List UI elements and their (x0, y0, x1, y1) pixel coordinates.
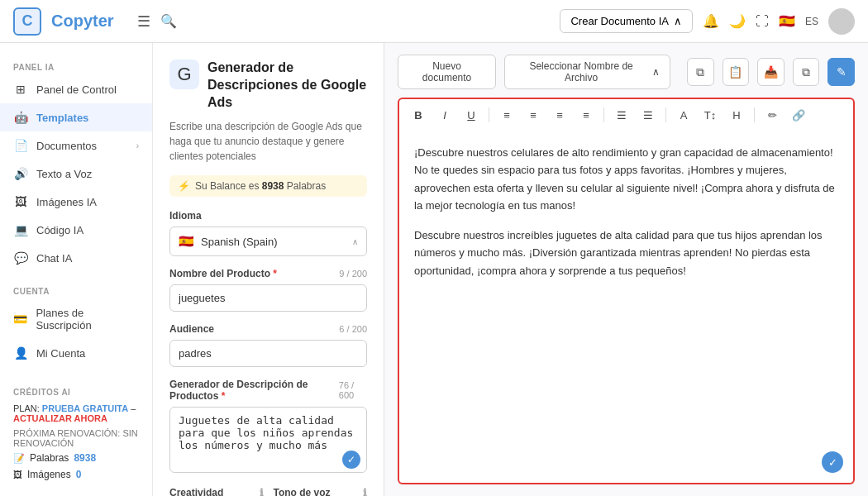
sidebar-item-label: Templates (36, 112, 88, 124)
toolbar-icon-4[interactable]: ⧉ (793, 58, 820, 86)
toolbar-icon-5[interactable]: ✎ (827, 58, 855, 86)
content-area: G Generador de Descripciones de Google A… (153, 43, 868, 496)
creditos-label: CRÉDITOS AI (0, 381, 152, 400)
chevron-up-icon: ∧ (652, 66, 660, 78)
toolbar-icon-1[interactable]: ⧉ (687, 58, 714, 86)
user-avatar[interactable] (828, 8, 855, 35)
fmt-list-ol[interactable]: ☰ (611, 104, 632, 126)
creatividad-label: Creatividad ℹ (169, 487, 264, 496)
info-icon-tono[interactable]: ℹ (363, 487, 367, 496)
texto-voz-icon: 🔊 (13, 167, 28, 180)
sidebar-item-texto-voz[interactable]: 🔊 Texto a Voz (0, 160, 152, 188)
crear-documento-button[interactable]: Crear Documento IA ∧ (560, 9, 693, 33)
sidebar-item-imagenes[interactable]: 🖼 Imágenes IA (0, 188, 152, 216)
share-icon: ⧉ (802, 65, 810, 79)
idioma-select[interactable]: 🇪🇸Spanish (Spain) ∧ (169, 227, 367, 256)
imagenes-credits-label: Imágenes (27, 469, 71, 480)
required-mark: * (270, 268, 277, 279)
bell-icon[interactable]: 🔔 (703, 13, 719, 29)
tono-col: Tono de voz ℹ (274, 487, 368, 496)
copy-icon: ⧉ (696, 65, 704, 79)
sidebar-item-planes[interactable]: 💳 Planes de Suscripción (0, 299, 152, 339)
toolbar-icon-3[interactable]: 📥 (757, 58, 785, 86)
editor-paragraph-1: ¡Descubre nuestros celulares de alto ren… (414, 144, 838, 215)
select-name-label: Seleccionar Nombre de Archivo (515, 60, 647, 83)
palabras-label: Palabras (30, 452, 69, 464)
moon-icon[interactable]: 🌙 (729, 13, 746, 29)
new-document-button[interactable]: Nuevo documento (398, 55, 496, 89)
google-icon: G (169, 60, 199, 89)
fmt-italic[interactable]: I (434, 104, 455, 126)
fmt-list-ul[interactable]: ☰ (637, 104, 659, 126)
fmt-align-justify[interactable]: ≡ (575, 104, 597, 126)
fmt-align-center[interactable]: ≡ (522, 104, 544, 126)
fmt-heading[interactable]: H (726, 104, 747, 126)
plan-link-actualizar[interactable]: ACTUALIZAR AHORA (13, 413, 107, 423)
audience-label: Audience 6 / 200 (169, 323, 367, 335)
fmt-brush[interactable]: ✏ (761, 104, 783, 126)
audience-char-count: 6 / 200 (339, 324, 367, 334)
sidebar-item-mi-cuenta[interactable]: 👤 Mi Cuenta (0, 339, 152, 367)
chat-icon: 💬 (13, 251, 28, 265)
chevron-down-icon: ∧ (352, 237, 358, 246)
info-icon-creatividad[interactable]: ℹ (260, 487, 264, 496)
sidebar-item-label: Texto a Voz (36, 168, 92, 180)
logo-icon: C (13, 7, 41, 36)
edit-active-icon: ✎ (837, 65, 847, 79)
mi-cuenta-icon: 👤 (13, 346, 28, 360)
plan-text-label: PLAN: (13, 403, 40, 413)
palabras-value: 8938 (74, 452, 96, 464)
file-icon: 📋 (728, 65, 742, 79)
fmt-align-right[interactable]: ≡ (549, 104, 570, 126)
fmt-bold[interactable]: B (408, 104, 429, 126)
form-panel: G Generador de Descripciones de Google A… (153, 43, 384, 496)
editor-content[interactable]: ¡Descubre nuestros celulares de alto ren… (398, 131, 855, 484)
expand-icon[interactable]: ⛶ (756, 14, 769, 29)
sidebar-item-label: Documentos (36, 140, 97, 152)
generador-textarea[interactable] (169, 407, 367, 473)
fmt-font-size[interactable]: T↕ (699, 104, 721, 126)
panel-icon: ⊞ (13, 83, 28, 96)
form-subtitle: Escribe una descripción de Google Ads qu… (169, 119, 367, 164)
chevron-up-icon: ∧ (674, 15, 682, 27)
documentos-icon: 📄 (13, 139, 28, 152)
product-input[interactable] (169, 284, 367, 312)
plan-link-gratuita[interactable]: PRUEBA GRATUITA (42, 403, 128, 413)
cuenta-label: CUENTA (0, 280, 152, 299)
fmt-sep-2 (603, 107, 604, 122)
imagenes-row: 🖼 Imágenes 0 (0, 466, 152, 483)
fmt-sep-3 (665, 107, 666, 122)
fmt-sep-1 (489, 107, 489, 122)
sidebar-item-chat[interactable]: 💬 Chat IA (0, 244, 152, 272)
creatividad-col: Creatividad ℹ (169, 487, 264, 496)
templates-icon: 🤖 (13, 111, 28, 124)
fmt-font-color[interactable]: A (673, 104, 694, 126)
sidebar-item-documentos[interactable]: 📄 Documentos › (0, 131, 152, 160)
fmt-align-left[interactable]: ≡ (496, 104, 517, 126)
menu-icon[interactable]: ☰ (137, 12, 150, 31)
plan-info: PLAN: PRUEBA GRATUITA – ACTUALIZAR AHORA (0, 400, 152, 427)
imagenes-credits-value: 0 (76, 469, 82, 480)
audience-input[interactable] (169, 340, 367, 367)
main-layout: PANEL IA ⊞ Panel de Control 🤖 Templates … (0, 43, 868, 496)
select-name-button[interactable]: Seleccionar Nombre de Archivo ∧ (504, 55, 670, 89)
fmt-underline[interactable]: U (460, 104, 482, 126)
top-navigation: C Copyter ☰ 🔍 Crear Documento IA ∧ 🔔 🌙 ⛶… (0, 0, 868, 43)
editor-check-icon: ✓ (822, 451, 843, 473)
sidebar-item-label: Chat IA (36, 252, 72, 265)
editor-format-bar: B I U ≡ ≡ ≡ ≡ ☰ ☰ A T↕ H ✏ (398, 98, 855, 131)
generador-wrap: ✓ (169, 407, 367, 475)
sidebar-item-panel[interactable]: ⊞ Panel de Control (0, 75, 152, 103)
search-icon[interactable]: 🔍 (160, 13, 177, 29)
tono-label: Tono de voz ℹ (274, 487, 368, 496)
editor-toolbar-row: Nuevo documento Seleccionar Nombre de Ar… (398, 55, 855, 89)
fmt-link[interactable]: 🔗 (788, 104, 809, 126)
language-flag[interactable]: 🇪🇸 (779, 13, 795, 29)
editor-panel: Nuevo documento Seleccionar Nombre de Ar… (384, 43, 868, 496)
sidebar: PANEL IA ⊞ Panel de Control 🤖 Templates … (0, 43, 153, 496)
sidebar-item-codigo[interactable]: 💻 Código IA (0, 216, 152, 244)
toolbar-icon-2[interactable]: 📋 (723, 58, 750, 86)
sidebar-item-templates[interactable]: 🤖 Templates (0, 103, 152, 131)
generador-label: Generador de Descripción de Productos * … (169, 379, 367, 402)
form-header: G Generador de Descripciones de Google A… (169, 60, 367, 111)
